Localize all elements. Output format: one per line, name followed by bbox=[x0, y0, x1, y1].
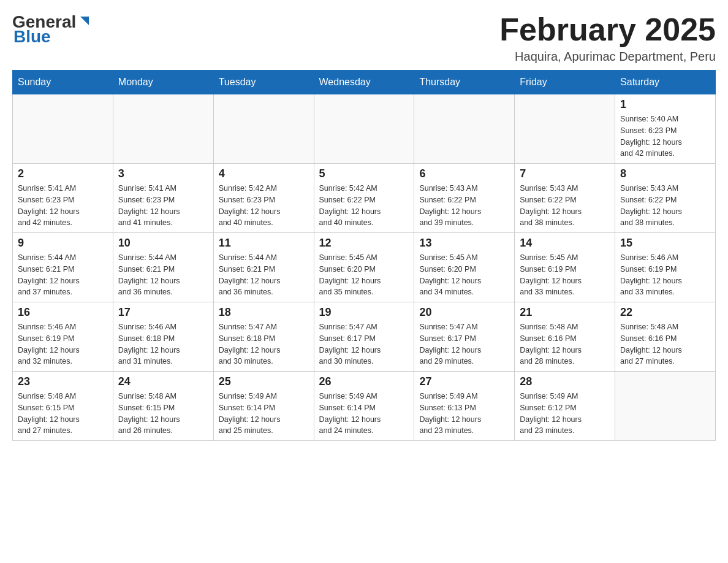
page-header: General Blue February 2025 Haquira, Apur… bbox=[12, 12, 716, 64]
day-number: 19 bbox=[319, 306, 409, 319]
week-row-4: 16Sunrise: 5:46 AM Sunset: 6:19 PM Dayli… bbox=[13, 302, 716, 372]
day-number: 26 bbox=[319, 375, 409, 388]
day-number: 1 bbox=[620, 98, 710, 111]
day-number: 18 bbox=[219, 306, 309, 319]
calendar-cell bbox=[515, 94, 615, 164]
day-number: 11 bbox=[219, 237, 309, 250]
calendar-cell bbox=[314, 94, 414, 164]
day-info: Sunrise: 5:43 AM Sunset: 6:22 PM Dayligh… bbox=[620, 183, 710, 229]
logo: General Blue bbox=[12, 12, 91, 47]
day-number: 15 bbox=[620, 237, 710, 250]
month-title: February 2025 bbox=[499, 12, 716, 47]
calendar-cell bbox=[414, 94, 515, 164]
day-info: Sunrise: 5:49 AM Sunset: 6:14 PM Dayligh… bbox=[319, 391, 409, 437]
day-info: Sunrise: 5:46 AM Sunset: 6:19 PM Dayligh… bbox=[620, 252, 710, 298]
calendar-cell: 18Sunrise: 5:47 AM Sunset: 6:18 PM Dayli… bbox=[213, 302, 314, 372]
calendar-cell bbox=[213, 94, 314, 164]
calendar-cell: 24Sunrise: 5:48 AM Sunset: 6:15 PM Dayli… bbox=[113, 372, 213, 441]
calendar-table: SundayMondayTuesdayWednesdayThursdayFrid… bbox=[12, 70, 716, 441]
calendar-cell: 20Sunrise: 5:47 AM Sunset: 6:17 PM Dayli… bbox=[414, 302, 515, 372]
day-info: Sunrise: 5:45 AM Sunset: 6:20 PM Dayligh… bbox=[319, 252, 409, 298]
day-number: 12 bbox=[319, 237, 409, 250]
calendar-cell: 10Sunrise: 5:44 AM Sunset: 6:21 PM Dayli… bbox=[113, 233, 213, 302]
weekday-header-monday: Monday bbox=[113, 71, 213, 94]
day-info: Sunrise: 5:49 AM Sunset: 6:13 PM Dayligh… bbox=[419, 391, 509, 437]
day-number: 25 bbox=[219, 375, 309, 388]
day-info: Sunrise: 5:44 AM Sunset: 6:21 PM Dayligh… bbox=[118, 252, 208, 298]
weekday-header-wednesday: Wednesday bbox=[314, 71, 414, 94]
logo-arrow-icon bbox=[78, 14, 91, 28]
weekday-header-sunday: Sunday bbox=[13, 71, 113, 94]
day-info: Sunrise: 5:48 AM Sunset: 6:15 PM Dayligh… bbox=[18, 391, 108, 437]
calendar-cell: 15Sunrise: 5:46 AM Sunset: 6:19 PM Dayli… bbox=[615, 233, 716, 302]
calendar-cell bbox=[615, 372, 716, 441]
title-block: February 2025 Haquira, Apurimac Departme… bbox=[499, 12, 716, 64]
day-info: Sunrise: 5:48 AM Sunset: 6:16 PM Dayligh… bbox=[520, 321, 610, 367]
calendar-cell: 11Sunrise: 5:44 AM Sunset: 6:21 PM Dayli… bbox=[213, 233, 314, 302]
weekday-header-thursday: Thursday bbox=[414, 71, 515, 94]
day-info: Sunrise: 5:48 AM Sunset: 6:16 PM Dayligh… bbox=[620, 321, 710, 367]
day-info: Sunrise: 5:43 AM Sunset: 6:22 PM Dayligh… bbox=[520, 183, 610, 229]
calendar-cell: 21Sunrise: 5:48 AM Sunset: 6:16 PM Dayli… bbox=[515, 302, 615, 372]
calendar-cell: 22Sunrise: 5:48 AM Sunset: 6:16 PM Dayli… bbox=[615, 302, 716, 372]
weekday-header-saturday: Saturday bbox=[615, 71, 716, 94]
week-row-5: 23Sunrise: 5:48 AM Sunset: 6:15 PM Dayli… bbox=[13, 372, 716, 441]
day-info: Sunrise: 5:49 AM Sunset: 6:12 PM Dayligh… bbox=[520, 391, 610, 437]
day-number: 8 bbox=[620, 167, 710, 180]
calendar-cell: 12Sunrise: 5:45 AM Sunset: 6:20 PM Dayli… bbox=[314, 233, 414, 302]
day-number: 7 bbox=[520, 167, 610, 180]
day-number: 2 bbox=[18, 167, 108, 180]
calendar-cell bbox=[13, 94, 113, 164]
calendar-cell: 14Sunrise: 5:45 AM Sunset: 6:19 PM Dayli… bbox=[515, 233, 615, 302]
day-info: Sunrise: 5:47 AM Sunset: 6:18 PM Dayligh… bbox=[219, 321, 309, 367]
day-info: Sunrise: 5:45 AM Sunset: 6:20 PM Dayligh… bbox=[419, 252, 509, 298]
weekday-header-friday: Friday bbox=[515, 71, 615, 94]
logo-text-blue: Blue bbox=[13, 27, 51, 47]
day-info: Sunrise: 5:40 AM Sunset: 6:23 PM Dayligh… bbox=[620, 113, 710, 159]
calendar-cell: 1Sunrise: 5:40 AM Sunset: 6:23 PM Daylig… bbox=[615, 94, 716, 164]
day-info: Sunrise: 5:43 AM Sunset: 6:22 PM Dayligh… bbox=[419, 183, 509, 229]
day-info: Sunrise: 5:47 AM Sunset: 6:17 PM Dayligh… bbox=[419, 321, 509, 367]
calendar-cell: 25Sunrise: 5:49 AM Sunset: 6:14 PM Dayli… bbox=[213, 372, 314, 441]
day-number: 20 bbox=[419, 306, 509, 319]
calendar-cell: 2Sunrise: 5:41 AM Sunset: 6:23 PM Daylig… bbox=[13, 164, 113, 233]
day-number: 16 bbox=[18, 306, 108, 319]
calendar-cell bbox=[113, 94, 213, 164]
day-info: Sunrise: 5:41 AM Sunset: 6:23 PM Dayligh… bbox=[118, 183, 208, 229]
day-info: Sunrise: 5:42 AM Sunset: 6:23 PM Dayligh… bbox=[219, 183, 309, 229]
calendar-cell: 9Sunrise: 5:44 AM Sunset: 6:21 PM Daylig… bbox=[13, 233, 113, 302]
calendar-cell: 17Sunrise: 5:46 AM Sunset: 6:18 PM Dayli… bbox=[113, 302, 213, 372]
day-info: Sunrise: 5:41 AM Sunset: 6:23 PM Dayligh… bbox=[18, 183, 108, 229]
calendar-cell: 7Sunrise: 5:43 AM Sunset: 6:22 PM Daylig… bbox=[515, 164, 615, 233]
day-number: 22 bbox=[620, 306, 710, 319]
day-info: Sunrise: 5:44 AM Sunset: 6:21 PM Dayligh… bbox=[219, 252, 309, 298]
calendar-header-row: SundayMondayTuesdayWednesdayThursdayFrid… bbox=[13, 71, 716, 94]
calendar-cell: 27Sunrise: 5:49 AM Sunset: 6:13 PM Dayli… bbox=[414, 372, 515, 441]
day-number: 24 bbox=[118, 375, 208, 388]
calendar-cell: 5Sunrise: 5:42 AM Sunset: 6:22 PM Daylig… bbox=[314, 164, 414, 233]
day-number: 4 bbox=[219, 167, 309, 180]
week-row-3: 9Sunrise: 5:44 AM Sunset: 6:21 PM Daylig… bbox=[13, 233, 716, 302]
calendar-cell: 3Sunrise: 5:41 AM Sunset: 6:23 PM Daylig… bbox=[113, 164, 213, 233]
day-info: Sunrise: 5:46 AM Sunset: 6:18 PM Dayligh… bbox=[118, 321, 208, 367]
day-info: Sunrise: 5:46 AM Sunset: 6:19 PM Dayligh… bbox=[18, 321, 108, 367]
calendar-cell: 8Sunrise: 5:43 AM Sunset: 6:22 PM Daylig… bbox=[615, 164, 716, 233]
day-info: Sunrise: 5:44 AM Sunset: 6:21 PM Dayligh… bbox=[18, 252, 108, 298]
day-number: 9 bbox=[18, 237, 108, 250]
calendar-cell: 19Sunrise: 5:47 AM Sunset: 6:17 PM Dayli… bbox=[314, 302, 414, 372]
day-number: 6 bbox=[419, 167, 509, 180]
day-number: 13 bbox=[419, 237, 509, 250]
day-number: 21 bbox=[520, 306, 610, 319]
week-row-2: 2Sunrise: 5:41 AM Sunset: 6:23 PM Daylig… bbox=[13, 164, 716, 233]
calendar-cell: 28Sunrise: 5:49 AM Sunset: 6:12 PM Dayli… bbox=[515, 372, 615, 441]
calendar-cell: 6Sunrise: 5:43 AM Sunset: 6:22 PM Daylig… bbox=[414, 164, 515, 233]
day-number: 27 bbox=[419, 375, 509, 388]
day-info: Sunrise: 5:48 AM Sunset: 6:15 PM Dayligh… bbox=[118, 391, 208, 437]
weekday-header-tuesday: Tuesday bbox=[213, 71, 314, 94]
calendar-cell: 13Sunrise: 5:45 AM Sunset: 6:20 PM Dayli… bbox=[414, 233, 515, 302]
day-number: 10 bbox=[118, 237, 208, 250]
calendar-cell: 16Sunrise: 5:46 AM Sunset: 6:19 PM Dayli… bbox=[13, 302, 113, 372]
location-subtitle: Haquira, Apurimac Department, Peru bbox=[499, 50, 716, 64]
calendar-cell: 26Sunrise: 5:49 AM Sunset: 6:14 PM Dayli… bbox=[314, 372, 414, 441]
day-number: 3 bbox=[118, 167, 208, 180]
